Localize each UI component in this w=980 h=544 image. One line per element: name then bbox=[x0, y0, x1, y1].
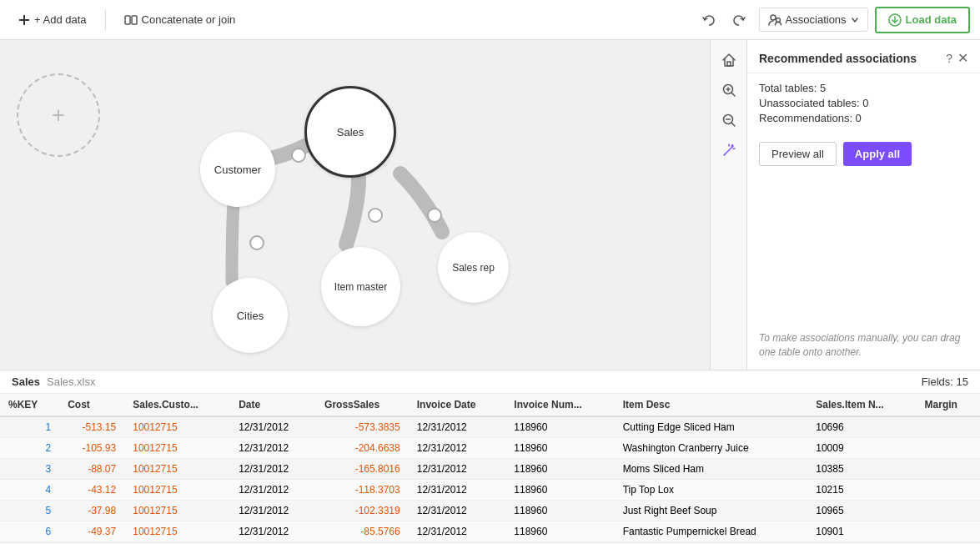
magic-button[interactable] bbox=[716, 137, 742, 164]
total-tables: Total tables: 5 bbox=[759, 82, 968, 94]
col-cost: Cost bbox=[59, 394, 124, 416]
rec-title: Recommended associations bbox=[759, 52, 917, 65]
undo-button[interactable] bbox=[696, 7, 722, 33]
redo-button[interactable] bbox=[726, 7, 752, 33]
add-data-button[interactable]: + Add data bbox=[10, 8, 95, 31]
concat-join-button[interactable]: Concatenate or join bbox=[116, 8, 244, 31]
data-bar: Sales Sales.xlsx Fields: 15 bbox=[0, 370, 980, 394]
sales-rep-node[interactable]: Sales rep bbox=[438, 232, 509, 303]
plus-icon: + bbox=[52, 102, 65, 128]
side-toolbar bbox=[710, 40, 746, 370]
magic-icon bbox=[721, 143, 736, 158]
load-icon bbox=[888, 13, 902, 27]
svg-point-8 bbox=[292, 149, 305, 162]
undo-redo-group bbox=[696, 7, 752, 33]
table-header-row: %KEY Cost Sales.Custo... Date GrossSales… bbox=[0, 394, 980, 416]
col-gross-sales: GrossSales bbox=[316, 394, 409, 416]
rec-stats: Total tables: 5 Unassociated tables: 0 R… bbox=[747, 73, 980, 135]
col-sales-item: Sales.Item N... bbox=[807, 394, 916, 416]
data-subtitle: Sales.xlsx bbox=[47, 375, 96, 388]
rec-header: Recommended associations ? ✕ bbox=[747, 40, 980, 73]
item-master-node[interactable]: Item master bbox=[321, 247, 400, 326]
top-section: + Sales Customer Item master Sales rep C… bbox=[0, 40, 980, 370]
preview-all-button[interactable]: Preview all bbox=[759, 142, 837, 166]
separator bbox=[105, 10, 106, 30]
col-invoice-date: Invoice Date bbox=[409, 394, 506, 416]
svg-point-10 bbox=[250, 236, 264, 249]
concat-icon bbox=[124, 14, 138, 26]
col-invoice-num: Invoice Num... bbox=[505, 394, 614, 416]
rec-header-actions: ? ✕ bbox=[946, 50, 968, 66]
top-toolbar: + Add data Concatenate or join bbox=[0, 0, 980, 40]
undo-icon bbox=[702, 13, 716, 27]
bottom-section: Sales Sales.xlsx Fields: 15 %KEY Cost Sa… bbox=[0, 370, 980, 544]
rec-buttons: Preview all Apply all bbox=[747, 135, 980, 173]
redo-icon bbox=[732, 13, 746, 27]
rec-panel: Recommended associations ? ✕ Total table… bbox=[746, 40, 980, 370]
col-date: Date bbox=[230, 394, 316, 416]
cities-node[interactable]: Cities bbox=[213, 278, 288, 353]
table-row: 2-105.931001271512/31/2012-204.663812/31… bbox=[0, 438, 980, 459]
svg-rect-3 bbox=[132, 16, 137, 24]
svg-line-18 bbox=[731, 123, 735, 127]
svg-rect-2 bbox=[125, 16, 130, 24]
col-sales-cust: Sales.Custo... bbox=[124, 394, 230, 416]
zoom-in-button[interactable] bbox=[716, 77, 742, 103]
data-table-wrap: %KEY Cost Sales.Custo... Date GrossSales… bbox=[0, 394, 980, 544]
table-row: 5-37.981001271512/31/2012-102.331912/31/… bbox=[0, 501, 980, 521]
table-row: 3-88.071001271512/31/2012-165.801612/31/… bbox=[0, 459, 980, 480]
help-button[interactable]: ? bbox=[946, 52, 952, 65]
apply-all-button[interactable]: Apply all bbox=[843, 142, 912, 166]
toolbar-right: Associations Load data bbox=[696, 7, 970, 33]
unassociated-tables: Unassociated tables: 0 bbox=[759, 97, 968, 109]
col-item-desc: Item Desc bbox=[615, 394, 808, 416]
data-fields: Fields: 15 bbox=[922, 375, 968, 388]
add-icon bbox=[18, 14, 30, 26]
table-row: 1-513.151001271512/31/2012-573.383512/31… bbox=[0, 416, 980, 438]
col-key: %KEY bbox=[0, 394, 59, 416]
svg-line-14 bbox=[731, 93, 735, 97]
person-icon bbox=[768, 14, 781, 26]
svg-rect-12 bbox=[727, 62, 731, 66]
customer-node[interactable]: Customer bbox=[200, 132, 275, 207]
home-icon bbox=[721, 53, 736, 68]
zoom-out-icon bbox=[721, 113, 736, 128]
zoom-in-icon bbox=[721, 83, 736, 98]
data-title: Sales bbox=[12, 375, 40, 388]
zoom-out-button[interactable] bbox=[716, 107, 742, 133]
table-row: 6-49.371001271512/31/2012-85.576612/31/2… bbox=[0, 521, 980, 542]
svg-point-4 bbox=[771, 15, 776, 20]
recommendations-count: Recommendations: 0 bbox=[759, 112, 968, 124]
home-button[interactable] bbox=[716, 47, 742, 73]
add-data-circle[interactable]: + bbox=[17, 73, 100, 157]
table-row: 4-43.121001271512/31/2012-118.370312/31/… bbox=[0, 480, 980, 501]
sales-node[interactable]: Sales bbox=[304, 86, 396, 178]
svg-line-22 bbox=[731, 145, 733, 147]
canvas-area[interactable]: + Sales Customer Item master Sales rep C… bbox=[0, 40, 746, 370]
load-data-button[interactable]: Load data bbox=[875, 7, 970, 33]
main-layout: + Sales Customer Item master Sales rep C… bbox=[0, 40, 980, 544]
col-margin: Margin bbox=[917, 394, 980, 416]
associations-button[interactable]: Associations bbox=[759, 8, 868, 32]
svg-point-9 bbox=[369, 209, 382, 222]
close-button[interactable]: ✕ bbox=[957, 50, 968, 66]
data-table: %KEY Cost Sales.Custo... Date GrossSales… bbox=[0, 394, 980, 542]
rec-note: To make associations manually, you can d… bbox=[747, 321, 980, 370]
chevron-down-icon bbox=[851, 16, 859, 24]
svg-point-11 bbox=[428, 209, 441, 222]
